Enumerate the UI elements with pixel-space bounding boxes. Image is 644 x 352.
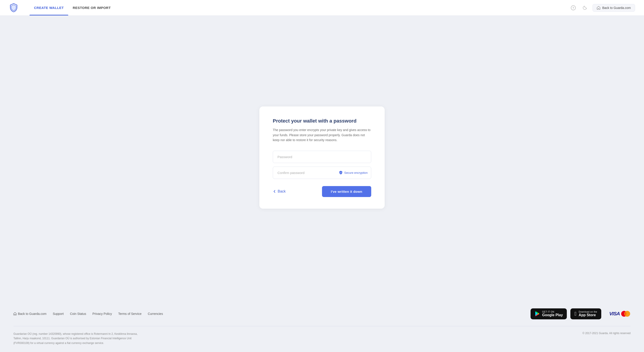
footer-link-label-back: Back to Guarda.com xyxy=(18,312,46,316)
payment-icons: VISA xyxy=(609,311,630,317)
secure-encryption-label: Secure encryption xyxy=(344,171,368,174)
home-footer-icon xyxy=(14,312,16,315)
footer-links: Back to Guarda.com Support Coin Status P… xyxy=(14,312,163,316)
footer-link-support[interactable]: Support xyxy=(53,312,64,316)
card-actions: Back I've written it down xyxy=(273,186,371,197)
back-button-label: Back xyxy=(278,189,286,193)
submit-button[interactable]: I've written it down xyxy=(322,186,371,197)
footer-link-currencies[interactable]: Currencies xyxy=(148,312,163,316)
password-card: Protect your wallet with a password The … xyxy=(259,106,385,208)
google-play-badge[interactable]: GET IT ON Google Play xyxy=(530,308,567,319)
footer-link-coin-status[interactable]: Coin Status xyxy=(70,312,86,316)
svg-text:?: ? xyxy=(572,6,574,9)
tab-create-wallet[interactable]: CREATE WALLET xyxy=(30,0,68,15)
google-play-small-text: GET IT ON xyxy=(542,311,563,313)
password-input[interactable] xyxy=(273,151,371,163)
header-right: ? Back to Guarda.com xyxy=(569,4,635,12)
app-store-large-text: App Store xyxy=(579,313,597,317)
nav-tabs: CREATE WALLET RESTORE OR IMPORT xyxy=(30,0,569,15)
footer-copyright: © 2017-2021 Guarda. All rights reserved xyxy=(582,332,630,335)
google-play-icon xyxy=(534,311,540,317)
header: CREATE WALLET RESTORE OR IMPORT ? Back t… xyxy=(0,0,644,16)
card-title: Protect your wallet with a password xyxy=(273,118,371,124)
apple-icon:  xyxy=(574,311,576,317)
footer-right: GET IT ON Google Play  Download on the … xyxy=(530,308,630,319)
card-description: The password you enter encrypts your pri… xyxy=(273,127,371,142)
home-icon xyxy=(597,6,600,9)
footer: Back to Guarda.com Support Coin Status P… xyxy=(0,300,644,352)
footer-link-back-to-guarda[interactable]: Back to Guarda.com xyxy=(14,312,46,316)
moon-icon xyxy=(583,5,587,10)
google-play-text: GET IT ON Google Play xyxy=(542,311,563,317)
tab-restore-import[interactable]: RESTORE OR IMPORT xyxy=(68,0,115,15)
footer-legal-text: Guardarian OÜ (reg. number 14320990), wh… xyxy=(14,332,139,345)
logo xyxy=(9,3,18,12)
footer-top: Back to Guarda.com Support Coin Status P… xyxy=(14,308,630,319)
confirm-password-wrapper: Secure encryption xyxy=(273,167,371,179)
back-button[interactable]: Back xyxy=(273,189,286,193)
chevron-left-icon xyxy=(273,190,276,193)
visa-icon: VISA xyxy=(609,311,620,317)
google-play-large-text: Google Play xyxy=(542,313,563,317)
guarda-logo-icon xyxy=(9,3,18,12)
back-to-guarda-header-button[interactable]: Back to Guarda.com xyxy=(592,4,635,12)
app-store-text: Download on the App Store xyxy=(579,311,597,317)
main-content: Protect your wallet with a password The … xyxy=(0,16,644,300)
footer-bottom: Guardarian OÜ (reg. number 14320990), wh… xyxy=(14,326,630,345)
footer-link-terms[interactable]: Terms of Service xyxy=(118,312,142,316)
back-to-guarda-label: Back to Guarda.com xyxy=(602,6,631,9)
help-button[interactable]: ? xyxy=(569,4,577,12)
shield-badge-icon xyxy=(339,171,343,175)
app-store-small-text: Download on the xyxy=(579,311,597,313)
help-icon: ? xyxy=(571,5,576,10)
footer-link-privacy-policy[interactable]: Privacy Policy xyxy=(92,312,112,316)
theme-toggle-button[interactable] xyxy=(581,4,589,12)
mastercard-icon xyxy=(621,311,630,317)
app-store-badge[interactable]:  Download on the App Store xyxy=(570,308,601,319)
secure-encryption-badge: Secure encryption xyxy=(339,171,368,175)
